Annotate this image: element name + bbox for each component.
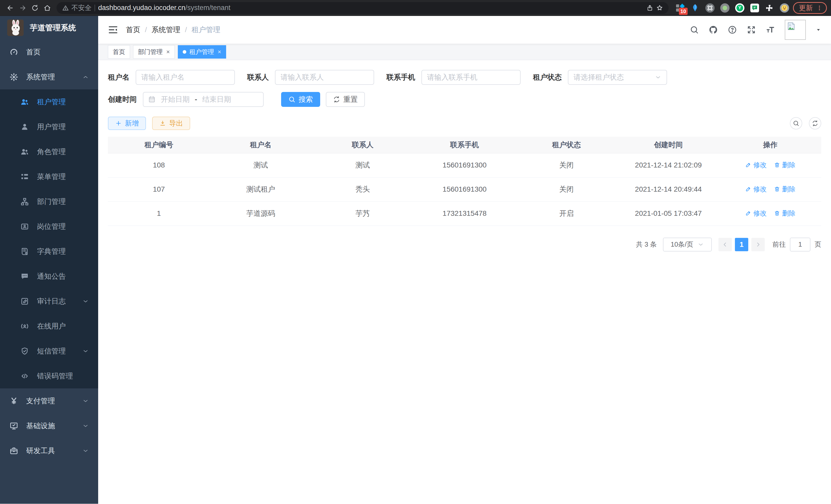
breadcrumb-separator: / xyxy=(145,26,147,34)
actions-cell: 修改删除 xyxy=(719,201,821,226)
sidebar-item-13[interactable]: 错误码管理 xyxy=(0,363,98,388)
goto-page-input[interactable] xyxy=(790,238,810,251)
sidebar-item-11[interactable]: 在线用户 xyxy=(0,314,98,338)
prev-page-button[interactable] xyxy=(718,238,732,251)
profile-avatar-icon[interactable] xyxy=(780,3,790,13)
fullscreen-icon[interactable] xyxy=(747,25,756,34)
tab-0[interactable]: 首页 xyxy=(108,45,130,59)
edit-button[interactable]: 修改 xyxy=(745,185,767,194)
search-icon[interactable] xyxy=(690,25,699,34)
tab-1[interactable]: 部门管理× xyxy=(133,45,175,59)
next-page-button[interactable] xyxy=(751,238,765,251)
help-icon[interactable] xyxy=(728,25,737,34)
avatar[interactable] xyxy=(785,20,806,40)
recorder-extension-icon[interactable] xyxy=(720,3,730,13)
share-icon[interactable] xyxy=(647,5,653,11)
show-search-button[interactable] xyxy=(790,117,802,129)
tab-2[interactable]: 租户管理× xyxy=(178,45,226,59)
sidebar-item-label: 支付管理 xyxy=(26,396,55,406)
sidebar-item-2[interactable]: 租户管理 xyxy=(0,89,98,114)
current-page-button[interactable]: 1 xyxy=(735,238,748,251)
reset-button[interactable]: 重置 xyxy=(326,92,365,107)
search-button[interactable]: 搜索 xyxy=(281,92,320,107)
chat-extension-icon[interactable] xyxy=(750,3,760,13)
contact-mobile-input[interactable] xyxy=(422,70,521,85)
url-host: dashboard.yudao.iocoder.cn xyxy=(98,4,185,11)
kebab-menu-icon[interactable] xyxy=(816,5,823,11)
mobile-cell: 15601691300 xyxy=(414,153,516,177)
dept-icon xyxy=(20,197,29,206)
kite-extension-icon[interactable] xyxy=(690,3,700,13)
sidebar-item-10[interactable]: 审计日志 xyxy=(0,289,98,314)
export-button[interactable]: 导出 xyxy=(152,117,190,130)
sidebar-item-0[interactable]: 首页 xyxy=(0,39,98,64)
sidebar-item-9[interactable]: 通知公告 xyxy=(0,264,98,289)
id-cell: 1 xyxy=(108,201,210,226)
delete-button[interactable]: 删除 xyxy=(774,160,796,170)
delete-button[interactable]: 删除 xyxy=(774,185,796,194)
puzzle-extension-icon[interactable] xyxy=(765,3,774,13)
yuque-extension-icon[interactable]: Y xyxy=(735,3,745,13)
forward-icon[interactable] xyxy=(17,2,29,14)
star-icon[interactable] xyxy=(656,5,663,11)
sidebar-item-4[interactable]: 角色管理 xyxy=(0,139,98,164)
refresh-table-button[interactable] xyxy=(809,117,821,129)
pagination: 共 3 条 10条/页 1 前往 页 xyxy=(108,238,821,251)
tenant-status-select[interactable]: 请选择租户状态 xyxy=(568,70,667,85)
column-header: 租户编号 xyxy=(108,137,210,153)
back-icon[interactable] xyxy=(4,2,17,14)
breadcrumb-item[interactable]: 首页 xyxy=(126,25,140,35)
security-label: 不安全 xyxy=(71,3,91,12)
security-status[interactable]: 不安全 xyxy=(62,3,91,12)
tab-manager-extension-icon[interactable]: 10 xyxy=(675,3,685,13)
sidebar-item-15[interactable]: 基础设施 xyxy=(0,413,98,438)
sidebar-item-7[interactable]: 岗位管理 xyxy=(0,214,98,239)
name-cell: 测试 xyxy=(210,153,312,177)
close-icon[interactable]: × xyxy=(166,48,170,56)
font-size-icon[interactable] xyxy=(766,25,775,34)
sidebar-item-label: 首页 xyxy=(26,47,40,57)
hamburger-icon[interactable] xyxy=(108,25,118,35)
page-suffix: 页 xyxy=(814,240,821,249)
date-separator: - xyxy=(195,95,197,103)
home-icon[interactable] xyxy=(41,2,53,14)
sidebar-item-12[interactable]: 短信管理 xyxy=(0,338,98,363)
sidebar-item-label: 研发工具 xyxy=(26,446,55,456)
search-field: 联系人 xyxy=(247,70,374,85)
sidebar-item-16[interactable]: 研发工具 xyxy=(0,438,98,463)
dashboard-icon xyxy=(9,48,19,57)
sidebar-item-5[interactable]: 菜单管理 xyxy=(0,164,98,189)
sidebar-item-6[interactable]: 部门管理 xyxy=(0,189,98,214)
sidebar-item-8[interactable]: 字典管理 xyxy=(0,239,98,264)
edit-button[interactable]: 修改 xyxy=(745,160,767,170)
reload-icon[interactable] xyxy=(29,2,41,14)
add-button[interactable]: 新增 xyxy=(108,117,146,130)
contact-person-input[interactable] xyxy=(275,70,374,85)
tenant-icon xyxy=(20,97,29,107)
extensions-bar: 10Y xyxy=(672,3,793,13)
command-extension-icon[interactable] xyxy=(705,3,715,13)
address-bar[interactable]: 不安全 dashboard.yudao.iocoder.cn/system/te… xyxy=(57,2,668,14)
sidebar-item-label: 菜单管理 xyxy=(37,172,66,182)
close-icon[interactable]: × xyxy=(218,48,221,56)
breadcrumb-separator: / xyxy=(185,26,187,34)
chrome-update-button[interactable]: 更新 xyxy=(793,2,827,14)
github-icon[interactable] xyxy=(709,25,718,34)
app-logo-row[interactable]: 芋道管理系统 xyxy=(0,16,98,39)
tenant-name-input[interactable] xyxy=(136,70,235,85)
field-label: 联系手机 xyxy=(386,72,415,82)
field-label: 租户状态 xyxy=(533,72,562,82)
contact-cell: 测试 xyxy=(312,153,414,177)
sidebar-item-14[interactable]: 支付管理 xyxy=(0,388,98,413)
sidebar-item-1[interactable]: 系统管理 xyxy=(0,64,98,89)
role-icon xyxy=(20,147,29,156)
page-size-select[interactable]: 10条/页 xyxy=(663,238,712,251)
delete-button[interactable]: 删除 xyxy=(774,209,796,218)
breadcrumb-item[interactable]: 系统管理 xyxy=(152,25,180,35)
caret-down-icon[interactable] xyxy=(815,27,821,33)
date-range-input[interactable]: 开始日期 - 结束日期 xyxy=(143,92,264,107)
sidebar-item-3[interactable]: 用户管理 xyxy=(0,114,98,139)
search-field: 租户状态请选择租户状态 xyxy=(533,70,667,85)
edit-button[interactable]: 修改 xyxy=(745,209,767,218)
sms-icon xyxy=(20,347,29,356)
